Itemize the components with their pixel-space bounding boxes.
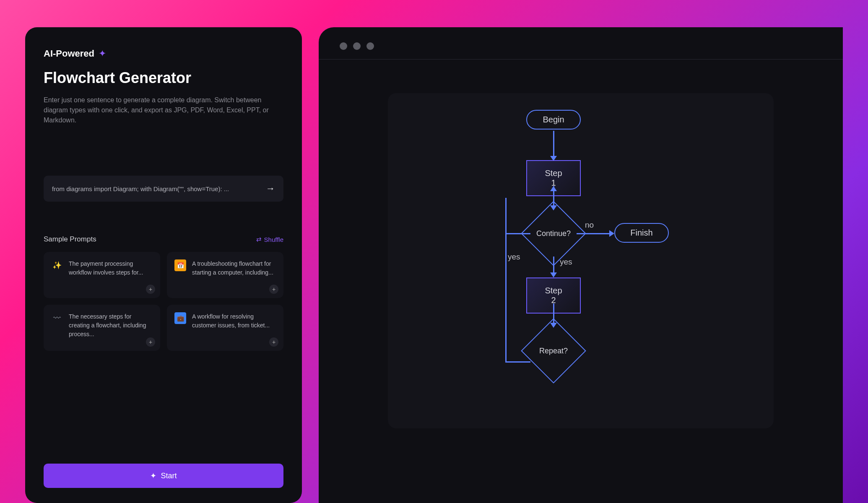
pulse-icon: 〰 <box>51 312 63 324</box>
add-prompt-button[interactable]: + <box>269 285 278 294</box>
calendar-icon: 📅 <box>174 259 186 271</box>
flow-finish-node[interactable]: Finish <box>614 223 669 243</box>
arrow-down-icon <box>550 272 557 277</box>
flow-edge-label-yes: yes <box>560 257 572 267</box>
add-prompt-button[interactable]: + <box>146 337 155 347</box>
add-prompt-button[interactable]: + <box>269 337 278 347</box>
arrow-right-icon: → <box>266 183 275 194</box>
flow-begin-node[interactable]: Begin <box>526 110 581 130</box>
sparkle-icon: ✦ <box>99 48 106 59</box>
sample-card-text: The necessary steps for creating a flowc… <box>69 312 153 339</box>
prompt-input-text: from diagrams import Diagram; with Diagr… <box>52 185 266 192</box>
flow-continue-node[interactable]: Continue? <box>530 210 577 257</box>
page-description: Enter just one sentence to generate a co… <box>44 95 283 125</box>
shuffle-label: Shuffle <box>264 236 283 243</box>
shuffle-icon: ⇄ <box>256 236 262 243</box>
flow-edge <box>505 233 530 234</box>
sample-card[interactable]: 〰 The necessary steps for creating a flo… <box>44 305 160 351</box>
arrow-right-icon <box>609 230 614 237</box>
add-prompt-button[interactable]: + <box>146 285 155 294</box>
sample-prompts-header: Sample Prompts ⇄ Shuffle <box>44 235 283 244</box>
arrow-up-icon <box>550 186 557 191</box>
window-controls <box>319 27 843 60</box>
submit-arrow-button[interactable]: → <box>266 183 275 194</box>
flow-edge <box>577 233 610 234</box>
flowchart-canvas[interactable]: Begin Step 1 Continue? no Finish yes <box>388 93 774 428</box>
start-button[interactable]: ✦ Start <box>44 464 283 488</box>
flow-edge <box>553 131 554 158</box>
flow-edge <box>553 257 554 274</box>
sample-prompts-label: Sample Prompts <box>44 235 96 244</box>
wand-icon: ✨ <box>51 259 63 271</box>
generator-panel: AI-Powered ✦ Flowchart Generator Enter j… <box>25 27 302 503</box>
preview-window: Begin Step 1 Continue? no Finish yes <box>319 27 843 503</box>
window-dot <box>353 42 361 50</box>
sample-cards-grid: ✨ The payment processing workflow involv… <box>44 252 283 351</box>
window-dot <box>340 42 347 50</box>
sample-card[interactable]: 💼 A workflow for resolving customer issu… <box>167 305 283 351</box>
page-title: Flowchart Generator <box>44 69 283 87</box>
canvas-wrap: Begin Step 1 Continue? no Finish yes <box>319 60 843 503</box>
flow-edge <box>505 198 507 361</box>
sample-card-text: A workflow for resolving customer issues… <box>192 312 276 330</box>
flow-edge <box>505 361 530 363</box>
ai-powered-badge: AI-Powered <box>44 48 94 59</box>
sample-card[interactable]: 📅 A troubleshooting flowchart for starti… <box>167 252 283 298</box>
window-dot <box>366 42 374 50</box>
sample-card-text: A troubleshooting flowchart for starting… <box>192 259 276 277</box>
flow-edge-label-yes-loop: yes <box>508 252 520 262</box>
sample-card[interactable]: ✨ The payment processing workflow involv… <box>44 252 160 298</box>
start-label: Start <box>161 472 177 480</box>
badge-row: AI-Powered ✦ <box>44 48 283 59</box>
prompt-input[interactable]: from diagrams import Diagram; with Diagr… <box>44 176 283 202</box>
sparkle-icon: ✦ <box>150 471 156 480</box>
shuffle-button[interactable]: ⇄ Shuffle <box>256 236 283 243</box>
flow-repeat-node[interactable]: Repeat? <box>530 328 577 374</box>
sample-card-text: The payment processing workflow involves… <box>69 259 153 277</box>
briefcase-icon: 💼 <box>174 312 186 324</box>
flow-edge-label-no: no <box>585 220 594 230</box>
